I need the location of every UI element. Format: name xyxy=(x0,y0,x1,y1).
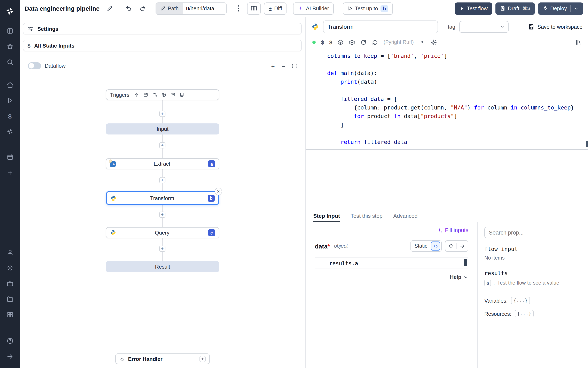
editor-settings-gear-icon[interactable] xyxy=(431,39,437,45)
flow-input-empty: No items xyxy=(484,255,588,261)
chevron-down-icon[interactable] xyxy=(574,6,579,11)
editor-scrollbar-thumb[interactable] xyxy=(586,141,588,147)
http-route-trigger-icon[interactable] xyxy=(152,92,157,97)
help-button[interactable]: Help xyxy=(450,274,461,280)
reset-icon[interactable] xyxy=(372,39,378,45)
webhook-trigger-icon[interactable] xyxy=(134,92,139,97)
zoom-in-button[interactable]: + xyxy=(268,62,277,71)
home-icon[interactable] xyxy=(4,79,16,91)
chevron-down-icon[interactable] xyxy=(464,275,468,279)
ai-wand-icon[interactable] xyxy=(419,39,425,45)
tab-advanced[interactable]: Advanced xyxy=(393,210,418,222)
variables-row[interactable]: Variables: {...} xyxy=(484,297,588,304)
docs-book-button[interactable] xyxy=(247,2,261,15)
more-menu-button[interactable] xyxy=(233,3,244,14)
folders-icon[interactable] xyxy=(4,293,16,305)
resources-row[interactable]: Resources: {...} xyxy=(484,310,588,317)
code-editor[interactable]: columns_to_keep = ['brand', 'price'] def… xyxy=(306,48,588,150)
refresh-icon[interactable] xyxy=(360,39,367,45)
transform-node-selected[interactable]: Transform b × xyxy=(106,191,219,205)
tab-test-this-step[interactable]: Test this step xyxy=(351,210,383,222)
dataflow-toggle-row: Dataflow xyxy=(28,62,66,69)
static-mode-button[interactable]: Static xyxy=(411,243,431,249)
add-plus-icon[interactable] xyxy=(4,166,16,179)
expression-editor[interactable] xyxy=(315,258,468,269)
test-flow-button[interactable]: Test flow xyxy=(455,2,492,15)
email-trigger-icon[interactable] xyxy=(170,92,175,97)
arrow-right-icon[interactable] xyxy=(457,241,468,251)
windmill-logo-icon[interactable] xyxy=(4,5,16,17)
app-rail: $ xyxy=(0,0,20,368)
result-key-badge[interactable]: a xyxy=(484,280,491,286)
edit-title-pencil-icon[interactable] xyxy=(104,3,115,14)
expression-mode-toggle[interactable] xyxy=(431,241,440,250)
search-prop-input[interactable] xyxy=(484,227,588,238)
ai-builder-button[interactable]: AI Builder xyxy=(293,2,334,15)
path-button[interactable]: Path xyxy=(156,3,183,14)
variables-icon[interactable]: $ xyxy=(329,39,332,45)
query-node[interactable]: Query c xyxy=(106,227,219,238)
add-step-button[interactable]: + xyxy=(159,246,165,252)
kanban-icon[interactable] xyxy=(4,25,16,37)
undo-icon[interactable] xyxy=(123,3,134,14)
flow-input-section[interactable]: flow_input xyxy=(484,246,588,252)
fill-inputs-button[interactable]: Fill inputs xyxy=(437,227,468,233)
add-step-button[interactable]: + xyxy=(159,142,165,148)
help-icon[interactable] xyxy=(4,335,16,347)
plug-icon[interactable] xyxy=(445,241,456,251)
add-error-handler-button[interactable]: + xyxy=(199,356,206,362)
flow-settings-button[interactable]: Settings xyxy=(23,23,302,35)
node-label: Extract xyxy=(116,161,208,167)
resources-label: Resources: xyxy=(484,311,512,317)
add-step-button[interactable]: + xyxy=(159,111,165,117)
step-name-input[interactable] xyxy=(323,20,438,33)
hub-pinwheel-icon[interactable] xyxy=(4,126,16,138)
resources-value-badge[interactable]: {...} xyxy=(515,310,534,317)
schedule-trigger-icon[interactable] xyxy=(143,92,148,97)
workers-briefcase-icon[interactable] xyxy=(4,277,16,289)
variables-dollar-icon[interactable]: $ xyxy=(4,110,16,122)
variables-value-badge[interactable]: {...} xyxy=(511,297,530,304)
tab-step-input[interactable]: Step Input xyxy=(313,210,340,222)
input-node[interactable]: Input xyxy=(106,123,219,135)
help-row: Help xyxy=(315,274,468,280)
deploy-button[interactable]: Deploy xyxy=(538,2,583,15)
expression-input[interactable] xyxy=(315,260,437,266)
search-icon[interactable] xyxy=(4,56,16,68)
save-to-workspace-button[interactable]: Save to workspace xyxy=(528,24,582,30)
websocket-trigger-icon[interactable] xyxy=(161,92,166,97)
star-icon[interactable] xyxy=(4,40,16,53)
static-inputs-icon[interactable]: $ xyxy=(321,39,324,45)
all-static-inputs-button[interactable]: $ All Static Inputs xyxy=(23,40,302,51)
error-handler-node[interactable]: Error Handler + xyxy=(115,353,210,364)
user-icon[interactable] xyxy=(4,246,16,258)
redo-icon[interactable] xyxy=(137,3,148,14)
apps-grid-icon[interactable] xyxy=(4,308,16,321)
package-icon[interactable] xyxy=(349,39,355,45)
database-trigger-icon[interactable] xyxy=(179,92,184,97)
zoom-out-button[interactable]: − xyxy=(279,62,288,71)
result-item[interactable]: a : Test the flow to see a value xyxy=(484,280,588,286)
triggers-node[interactable]: Triggers xyxy=(106,89,219,100)
test-up-to-button[interactable]: Test up to b xyxy=(342,2,393,15)
add-step-button[interactable]: + xyxy=(159,177,165,183)
expand-arrow-icon[interactable] xyxy=(4,350,16,362)
fit-view-icon[interactable] xyxy=(290,62,299,71)
library-icon[interactable] xyxy=(575,39,582,46)
remove-step-button[interactable]: × xyxy=(215,188,222,195)
results-section[interactable]: results xyxy=(484,270,588,276)
mini-scrollbar[interactable] xyxy=(464,259,467,266)
tag-select[interactable] xyxy=(459,21,509,33)
chevron-down-icon xyxy=(500,24,505,29)
draft-button[interactable]: Draft ⌘S xyxy=(495,2,535,15)
schedules-calendar-icon[interactable] xyxy=(4,151,16,163)
dataflow-toggle[interactable] xyxy=(28,62,41,69)
runs-play-icon[interactable] xyxy=(4,94,16,107)
path-input[interactable] xyxy=(183,3,226,14)
diff-button[interactable]: ±Diff xyxy=(264,2,287,15)
settings-gear-icon[interactable] xyxy=(4,262,16,274)
extract-node[interactable]: TS Extract a xyxy=(106,158,219,169)
result-node[interactable]: Result xyxy=(106,261,219,272)
package-icon[interactable] xyxy=(338,39,344,45)
add-step-button[interactable]: + xyxy=(159,212,165,218)
